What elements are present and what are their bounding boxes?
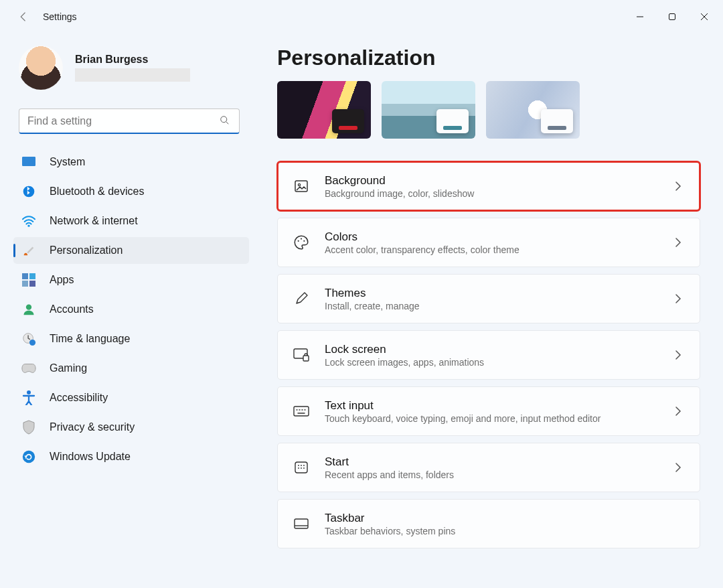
svg-rect-22: [294, 407, 309, 416]
page-heading: Personalization: [277, 46, 700, 70]
search-field-wrap: [19, 108, 240, 134]
shield-icon: [21, 420, 36, 435]
svg-rect-0: [669, 14, 675, 20]
gamepad-icon: [21, 361, 36, 376]
card-subtitle: Accent color, transparency effects, colo…: [325, 244, 657, 255]
paintbrush-icon: [21, 243, 36, 258]
nav-label: Accounts: [50, 303, 94, 315]
card-subtitle: Taskbar behaviors, system pins: [325, 526, 685, 536]
svg-rect-8: [22, 281, 28, 287]
svg-point-13: [27, 390, 31, 394]
svg-point-12: [29, 340, 35, 346]
accessibility-icon: [21, 390, 36, 405]
nav-label: Time & language: [50, 333, 130, 345]
close-button[interactable]: [688, 0, 720, 33]
card-title: Themes: [325, 287, 657, 300]
svg-point-28: [301, 467, 302, 469]
card-textinput[interactable]: Text input Touch keyboard, voice typing,…: [277, 386, 700, 436]
card-lockscreen[interactable]: Lock screen Lock screen images, apps, an…: [277, 330, 700, 380]
svg-point-27: [298, 467, 299, 469]
svg-point-29: [303, 467, 305, 469]
nav-label: Windows Update: [50, 451, 131, 463]
theme-preview-3[interactable]: [486, 81, 580, 139]
theme-preview-row: [277, 81, 700, 139]
nav-personalization[interactable]: Personalization: [13, 237, 249, 264]
nav-time[interactable]: Time & language: [13, 325, 249, 352]
svg-point-5: [27, 225, 29, 227]
svg-rect-6: [22, 273, 28, 279]
svg-rect-3: [22, 157, 35, 166]
start-icon: [293, 459, 310, 476]
search-icon: [218, 114, 230, 129]
nav-label: Personalization: [50, 244, 123, 256]
chevron-right-icon: [671, 462, 685, 473]
nav-bluetooth[interactable]: Bluetooth & devices: [13, 178, 249, 205]
profile-block[interactable]: Brian Burgess: [19, 46, 254, 90]
clock-globe-icon: [21, 332, 36, 346]
card-title: Taskbar: [325, 512, 685, 525]
apps-icon: [21, 273, 36, 287]
card-subtitle: Background image, color, slideshow: [325, 188, 657, 199]
minimize-button[interactable]: [624, 0, 656, 33]
svg-rect-7: [29, 273, 35, 279]
chevron-right-icon: [671, 406, 685, 417]
svg-point-18: [301, 238, 302, 240]
svg-point-16: [298, 183, 300, 186]
card-start[interactable]: Start Recent apps and items, folders: [277, 443, 700, 492]
card-subtitle: Lock screen images, apps, animations: [325, 357, 657, 368]
card-title: Text input: [325, 399, 657, 413]
palette-icon: [293, 234, 310, 251]
nav-accounts[interactable]: Accounts: [13, 296, 249, 323]
card-background[interactable]: Background Background image, color, slid…: [277, 161, 700, 211]
nav-accessibility[interactable]: Accessibility: [13, 384, 249, 411]
nav-label: Bluetooth & devices: [50, 186, 144, 198]
nav-system[interactable]: System: [13, 149, 249, 175]
bluetooth-icon: [21, 184, 36, 199]
user-email-redacted: [75, 68, 190, 82]
card-themes[interactable]: Themes Install, create, manage: [277, 274, 700, 323]
svg-rect-23: [295, 462, 307, 473]
card-subtitle: Install, create, manage: [325, 301, 657, 311]
card-colors[interactable]: Colors Accent color, transparency effect…: [277, 218, 700, 267]
update-icon: [21, 449, 36, 464]
svg-point-10: [26, 305, 31, 310]
image-icon: [293, 177, 310, 195]
svg-point-4: [23, 186, 35, 198]
wifi-icon: [21, 214, 36, 228]
nav-privacy[interactable]: Privacy & security: [13, 414, 249, 441]
nav-label: Privacy & security: [50, 421, 135, 433]
theme-preview-1[interactable]: [277, 81, 371, 139]
nav-gaming[interactable]: Gaming: [13, 355, 249, 382]
nav-label: Apps: [50, 274, 74, 286]
nav-network[interactable]: Network & internet: [13, 208, 249, 234]
svg-point-25: [301, 465, 302, 466]
main-content: Personalization Background Background im…: [254, 33, 723, 584]
nav-apps[interactable]: Apps: [13, 267, 249, 293]
card-title: Background: [325, 174, 657, 188]
sidebar: Brian Burgess System Bluetooth & devices…: [0, 33, 254, 584]
chevron-right-icon: [671, 350, 685, 360]
card-subtitle: Touch keyboard, voice typing, emoji and …: [325, 413, 657, 424]
chevron-right-icon: [671, 237, 685, 248]
chevron-right-icon: [671, 181, 685, 192]
svg-point-24: [298, 465, 299, 466]
nav-label: Network & internet: [50, 215, 138, 227]
system-icon: [21, 155, 36, 169]
pen-icon: [293, 290, 310, 307]
card-title: Colors: [325, 230, 657, 244]
taskbar-icon: [293, 515, 310, 532]
card-subtitle: Recent apps and items, folders: [325, 469, 657, 480]
back-button[interactable]: [13, 7, 33, 27]
maximize-button[interactable]: [656, 0, 688, 33]
theme-preview-2[interactable]: [382, 81, 475, 139]
search-input[interactable]: [19, 108, 240, 134]
chevron-right-icon: [671, 293, 685, 304]
svg-point-14: [23, 451, 35, 463]
titlebar: Settings: [0, 0, 723, 33]
nav-label: Gaming: [50, 362, 87, 374]
nav-update[interactable]: Windows Update: [13, 443, 249, 470]
card-title: Start: [325, 455, 657, 469]
svg-point-19: [303, 240, 305, 242]
nav-label: System: [50, 156, 85, 168]
card-taskbar[interactable]: Taskbar Taskbar behaviors, system pins: [277, 499, 700, 548]
